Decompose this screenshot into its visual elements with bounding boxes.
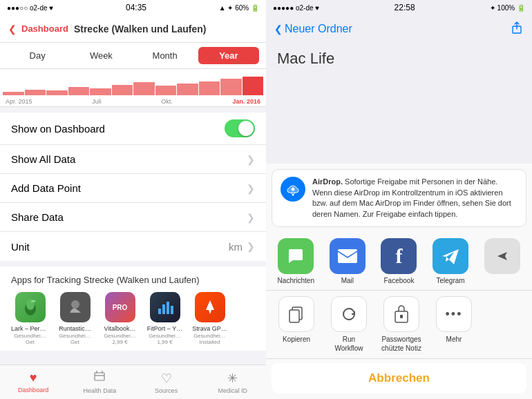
share-actions-row: Kopieren RunWorkflow Passwortgeschützte …	[266, 291, 532, 359]
bar-8	[155, 86, 177, 95]
tab-year[interactable]: Year	[198, 47, 259, 64]
svg-rect-6	[171, 306, 173, 314]
unit-label: Unit	[11, 241, 229, 253]
svg-point-2	[71, 300, 79, 309]
app-price-strava: Installed	[200, 339, 220, 345]
time-right: 22:58	[395, 3, 415, 12]
app-icon-strava	[195, 292, 225, 322]
add-data-point-row[interactable]: Add Data Point ❯	[0, 174, 266, 203]
password-note-icon	[383, 296, 419, 332]
tab-week[interactable]: Week	[70, 47, 131, 64]
tab-sources[interactable]: ♡ Sources	[133, 365, 200, 399]
telegram-icon	[433, 238, 468, 274]
svg-point-14	[292, 188, 295, 191]
chart-label-1: Apr. 2015	[6, 98, 32, 105]
folder-empty-area	[266, 72, 532, 127]
airdrop-icon	[281, 177, 305, 202]
app-name-lark: Lark – Pers…	[11, 325, 49, 333]
bar-1	[3, 92, 24, 95]
back-button-left[interactable]: ❮ Dashboard	[8, 23, 68, 35]
share-app-more[interactable]	[479, 238, 525, 284]
dashboard-icon: ♥	[30, 371, 37, 385]
password-note-label: Passwortgeschützte Notiz	[381, 335, 421, 353]
app-item-lark[interactable]: Lark – Pers… Gesundhei… Get	[11, 292, 49, 345]
share-action-icon[interactable]	[510, 21, 524, 37]
share-data-chevron-icon: ❯	[247, 212, 255, 223]
more-apps-icon	[484, 238, 520, 274]
svg-rect-15	[338, 249, 357, 263]
svg-rect-19	[400, 315, 403, 318]
facebook-icon: f	[381, 238, 417, 274]
back-button-right[interactable]: ❮ Neuer Ordner	[274, 23, 352, 35]
app-icon-fitport	[150, 292, 180, 322]
share-data-row[interactable]: Share Data ❯	[0, 203, 266, 232]
app-name-runtastic: Runtastic…	[56, 325, 94, 333]
share-data-label: Share Data	[11, 211, 247, 223]
svg-rect-3	[158, 309, 161, 314]
cancel-button[interactable]: Abbrechen	[272, 363, 526, 393]
app-sub-fitport: Gesundhei…	[149, 333, 181, 340]
app-item-runtastic[interactable]: Runtastic… Gesundhei… Get	[56, 292, 94, 345]
nav-bar-left: ❮ Dashboard Strecke (Walken und Laufen)	[0, 15, 266, 43]
tab-dashboard-label: Dashboard	[18, 387, 48, 393]
back-label-right[interactable]: Neuer Ordner	[285, 23, 352, 35]
sources-icon: ♡	[161, 371, 172, 386]
share-app-mail[interactable]: Mail	[325, 238, 371, 284]
add-data-point-label: Add Data Point	[11, 182, 247, 194]
svg-rect-8	[95, 373, 104, 380]
unit-row[interactable]: Unit km ❯	[0, 232, 266, 261]
chart-label-2: Juli	[92, 98, 102, 105]
chart-area: Apr. 2015 Juli Okt. Jan. 2016	[0, 69, 266, 107]
tab-day[interactable]: Day	[7, 47, 68, 64]
show-on-dashboard-label: Show on Dashboard	[11, 123, 225, 135]
show-on-dashboard-row[interactable]: Show on Dashboard	[0, 113, 266, 145]
tab-dashboard[interactable]: ♥ Dashboard	[0, 365, 66, 399]
bar-3	[46, 90, 68, 95]
back-label-left[interactable]: Dashboard	[21, 23, 68, 34]
app-item-vitalbook[interactable]: PRO Vitalbook… Gesundhei… 2,99 €	[101, 292, 139, 345]
status-bar-left: ●●●○○ o2-de ♥ 04:35 ▲ ✦ 60% 🔋	[0, 0, 266, 15]
airdrop-banner: AirDrop. Sofortige Freigabe mit Personen…	[272, 169, 526, 227]
toggle-knob	[238, 121, 254, 136]
bar-10	[199, 81, 220, 95]
more-actions-label: Mehr	[446, 335, 462, 344]
share-apps-row: Nachrichten Mail f Facebook Telegram	[266, 233, 532, 291]
tab-health-data[interactable]: Health Data	[66, 365, 133, 399]
airdrop-text: AirDrop. Sofortige Freigabe mit Personen…	[312, 177, 517, 220]
svg-rect-5	[167, 302, 169, 314]
app-item-fitport[interactable]: FitPort – Y… Gesundhei… 1,99 €	[146, 292, 184, 345]
carrier-right: ●●●●● o2-de ♥	[273, 4, 319, 12]
mail-label: Mail	[341, 277, 354, 284]
show-on-dashboard-toggle[interactable]	[225, 119, 255, 137]
tab-month[interactable]: Month	[135, 47, 196, 64]
app-icon-vitalbook: PRO	[105, 292, 135, 322]
bar-12	[243, 77, 264, 95]
action-password-note[interactable]: Passwortgeschützte Notiz	[378, 296, 425, 353]
share-app-messages[interactable]: Nachrichten	[273, 238, 319, 284]
tab-sources-label: Sources	[155, 387, 178, 394]
action-workflow[interactable]: RunWorkflow	[325, 296, 372, 353]
apps-row: Lark – Pers… Gesundhei… Get Runtastic… G…	[11, 292, 255, 345]
tab-medical-id[interactable]: ✳ Medical ID	[200, 365, 266, 399]
show-all-data-row[interactable]: Show All Data ❯	[0, 145, 266, 174]
more-actions-icon: •••	[436, 296, 472, 332]
action-more[interactable]: ••• Mehr	[430, 296, 477, 353]
svg-rect-17	[289, 310, 299, 322]
chevron-left-right-icon: ❮	[274, 23, 283, 35]
messages-label: Nachrichten	[278, 277, 314, 284]
share-app-facebook[interactable]: f Facebook	[376, 238, 422, 284]
app-icon-lark	[15, 292, 46, 322]
workflow-icon	[331, 296, 367, 332]
app-name-vitalbook: Vitalbook…	[101, 325, 139, 333]
app-sub-runtastic: Gesundhei…	[59, 333, 91, 340]
status-bar-right: ●●●●● o2-de ♥ 22:58 ✦ 100% 🔋	[266, 0, 532, 15]
app-name-strava: Strava GP…	[191, 325, 229, 333]
tab-health-data-label: Health Data	[84, 387, 117, 394]
chevron-left-icon: ❮	[8, 23, 17, 35]
app-price-vitalbook: 2,99 €	[112, 339, 127, 345]
medical-id-icon: ✳	[227, 371, 238, 386]
share-app-telegram[interactable]: Telegram	[428, 238, 474, 284]
action-copy[interactable]: Kopieren	[273, 296, 320, 353]
app-item-strava[interactable]: Strava GP… Gesundhei… Installed	[191, 292, 229, 345]
app-sub-strava: Gesundhei…	[193, 333, 226, 340]
